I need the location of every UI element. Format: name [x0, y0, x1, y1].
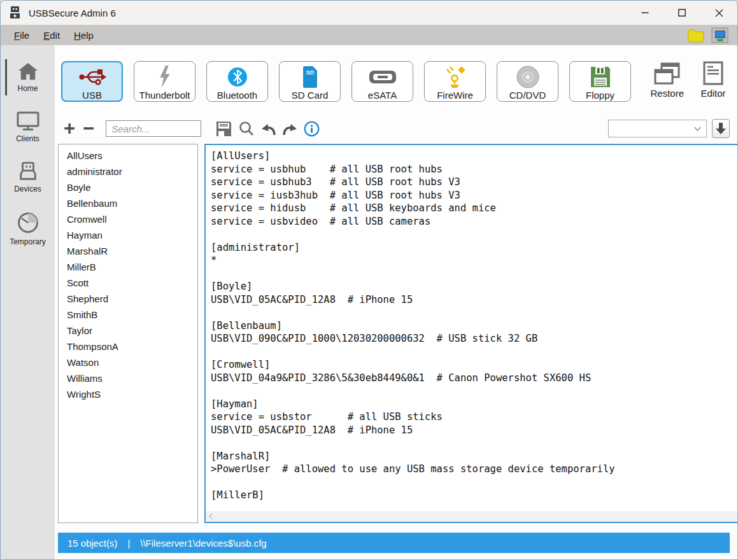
- download-button[interactable]: [712, 119, 730, 138]
- tab-label: USB: [82, 90, 102, 101]
- tab-label: Thunderbolt: [139, 90, 190, 101]
- restore-button[interactable]: Restore: [650, 62, 684, 99]
- open-folder-button[interactable]: [687, 28, 705, 43]
- config-text: [AllUsers] service = usbhub # all USB ro…: [206, 145, 738, 511]
- sidebar: HomeClientsDevicesTemporary: [1, 45, 55, 559]
- search-input[interactable]: [106, 120, 201, 137]
- maximize-button[interactable]: [663, 1, 700, 25]
- editor-button[interactable]: Editor: [697, 61, 730, 99]
- undo-button[interactable]: [260, 121, 276, 137]
- menu-item-edit[interactable]: Edit: [36, 27, 67, 43]
- sidebar-item-clients[interactable]: Clients: [1, 111, 55, 143]
- tab-floppy[interactable]: Floppy: [569, 61, 631, 102]
- clients-icon: [16, 111, 40, 131]
- minimize-button[interactable]: [627, 1, 663, 25]
- tab-bluetooth[interactable]: Bluetooth: [206, 61, 268, 102]
- window-controls: [627, 1, 737, 25]
- tab-label: Bluetooth: [217, 90, 257, 101]
- add-user-button[interactable]: +: [61, 120, 78, 137]
- horizontal-scrollbar[interactable]: [206, 511, 738, 522]
- list-item-cromwell[interactable]: Cromwell: [59, 211, 197, 227]
- tab-thunderbolt[interactable]: Thunderbolt: [134, 61, 195, 102]
- sidebar-item-label: Clients: [16, 134, 39, 143]
- list-item-watson[interactable]: Watson: [59, 354, 197, 370]
- status-separator: |: [127, 538, 130, 549]
- sidebar-item-label: Devices: [14, 185, 41, 193]
- sidebar-item-label: Temporary: [10, 237, 46, 246]
- user-list: AllUsersadministratorBoyleBellenbaumCrom…: [58, 144, 198, 523]
- list-item-scott[interactable]: Scott: [59, 275, 197, 291]
- tab-label: CD/DVD: [509, 90, 546, 101]
- editor-tool-icons: [215, 120, 320, 137]
- esata-icon: [369, 65, 397, 89]
- menu-item-help[interactable]: Help: [67, 27, 101, 43]
- list-item-shepherd[interactable]: Shepherd: [59, 291, 197, 307]
- cddvd-icon: [515, 65, 541, 89]
- sidebar-item-devices[interactable]: Devices: [1, 161, 55, 193]
- device-tabs: USBThunderboltBluetoothSDSD CardeSATAFir…: [61, 61, 631, 102]
- sidebar-item-home[interactable]: Home: [1, 62, 55, 93]
- tab-label: FireWire: [437, 90, 473, 101]
- minimize-icon: [641, 9, 649, 17]
- firewire-icon: [444, 65, 467, 89]
- title-bar: USBSecure Admin 6: [1, 1, 737, 25]
- list-item-millerb[interactable]: MillerB: [59, 259, 197, 275]
- list-item-smithb[interactable]: SmithB: [59, 307, 197, 323]
- tab-esata[interactable]: eSATA: [351, 61, 413, 102]
- side-actions: RestoreEditor: [650, 61, 730, 99]
- save-button[interactable]: [215, 120, 232, 137]
- window-title: USBSecure Admin 6: [29, 8, 116, 18]
- right-tool-group: [608, 119, 730, 138]
- close-button[interactable]: [700, 1, 737, 25]
- tab-usb[interactable]: USB: [61, 61, 123, 102]
- devices-icon: [17, 161, 39, 181]
- menu-bar-right: [687, 27, 731, 43]
- list-item-wrights[interactable]: WrightS: [59, 386, 197, 402]
- remote-desktop-button[interactable]: [711, 27, 728, 43]
- floppy-icon: [589, 65, 612, 89]
- list-item-williams[interactable]: Williams: [59, 370, 197, 386]
- list-item-thompsona[interactable]: ThompsonA: [59, 339, 197, 354]
- thunderbolt-icon: [155, 65, 174, 89]
- info-button[interactable]: [304, 121, 320, 137]
- list-item-bellenbaum[interactable]: Bellenbaum: [59, 195, 197, 211]
- temporary-icon: [17, 211, 39, 234]
- config-editor[interactable]: [AllUsers] service = usbhub # all USB ro…: [204, 144, 738, 523]
- maximize-icon: [678, 9, 686, 17]
- tab-sd-card[interactable]: SDSD Card: [279, 61, 341, 102]
- menu-item-file[interactable]: File: [7, 27, 36, 43]
- sdcard-icon: SD: [302, 65, 318, 89]
- editor-icon: [703, 61, 723, 85]
- find-button[interactable]: [238, 120, 255, 137]
- tab-cd-dvd[interactable]: CD/DVD: [497, 61, 558, 102]
- home-icon: [17, 62, 39, 81]
- chevron-down-icon: [694, 127, 701, 131]
- list-item-boyle[interactable]: Boyle: [59, 179, 197, 195]
- app-window: USBSecure Admin 6 FileEditHelp HomeClien…: [0, 0, 738, 560]
- remove-user-button[interactable]: −: [80, 120, 97, 137]
- list-item-marshalr[interactable]: MarshalR: [59, 243, 197, 259]
- list-item-administrator[interactable]: administrator: [59, 164, 197, 179]
- status-bar: 15 object(s) | \\Fileserver1\devices$\us…: [58, 533, 730, 553]
- status-object-count: 15 object(s): [67, 538, 117, 549]
- bluetooth-icon: [227, 65, 248, 89]
- usb-icon: [78, 65, 106, 89]
- list-item-taylor[interactable]: Taylor: [59, 323, 197, 339]
- restore-icon: [654, 62, 681, 85]
- sidebar-item-temporary[interactable]: Temporary: [1, 211, 55, 246]
- action-label: Restore: [650, 88, 684, 99]
- action-label: Editor: [700, 88, 725, 99]
- profile-dropdown[interactable]: [608, 120, 707, 137]
- close-icon: [715, 9, 723, 17]
- svg-text:SD: SD: [306, 69, 314, 76]
- scroll-left-icon[interactable]: [209, 513, 213, 520]
- list-item-hayman[interactable]: Hayman: [59, 227, 197, 243]
- device-class-toolbar: USBThunderboltBluetoothSDSD CardeSATAFir…: [61, 61, 730, 103]
- list-item-allusers[interactable]: AllUsers: [59, 148, 197, 164]
- tab-firewire[interactable]: FireWire: [424, 61, 486, 102]
- app-icon: [8, 6, 22, 20]
- tab-label: Floppy: [586, 90, 614, 101]
- download-icon: [714, 122, 727, 136]
- redo-button[interactable]: [282, 121, 298, 137]
- menu-bar: FileEditHelp: [1, 25, 737, 45]
